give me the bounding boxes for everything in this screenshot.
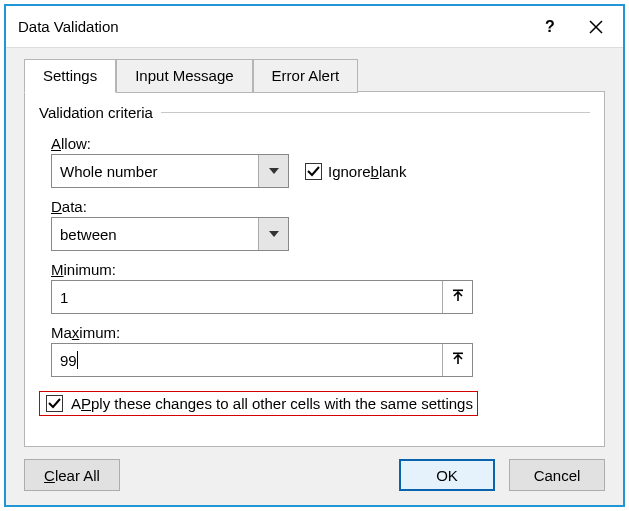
data-combo-value: between [52, 218, 258, 250]
chevron-down-icon [269, 231, 279, 237]
allow-combo-value: Whole number [52, 155, 258, 187]
checkmark-icon [307, 165, 320, 178]
apply-to-all-row[interactable]: APply these changes to all other cells w… [39, 391, 478, 416]
data-validation-dialog: Data Validation ? Settings Input Message… [4, 4, 625, 507]
ignore-blank-checkbox[interactable]: Ignore blank [305, 163, 406, 180]
collapse-dialog-icon [451, 352, 465, 369]
dialog-title: Data Validation [18, 18, 119, 35]
tab-settings[interactable]: Settings [24, 59, 116, 93]
tab-bar: Settings Input Message Error Alert [24, 58, 605, 92]
data-label: Data: [51, 198, 590, 215]
dialog-footer: Clear All OK Cancel [24, 447, 605, 491]
help-button[interactable]: ? [527, 6, 573, 48]
tab-input-message[interactable]: Input Message [116, 59, 252, 93]
allow-label: Allow: [51, 135, 590, 152]
tab-error-alert[interactable]: Error Alert [253, 59, 359, 93]
minimum-field-wrap [51, 280, 473, 314]
clear-all-button[interactable]: Clear All [24, 459, 120, 491]
titlebar: Data Validation ? [6, 6, 623, 48]
allow-combo-button[interactable] [258, 155, 288, 187]
minimum-input[interactable] [52, 281, 442, 313]
data-combo-button[interactable] [258, 218, 288, 250]
close-icon [589, 20, 603, 34]
ignore-blank-box [305, 163, 322, 180]
settings-panel: Validation criteria Allow: Whole number [24, 91, 605, 447]
checkmark-icon [48, 397, 61, 410]
allow-combo[interactable]: Whole number [51, 154, 289, 188]
maximum-field-wrap: 99 [51, 343, 473, 377]
text-cursor [77, 351, 78, 369]
chevron-down-icon [269, 168, 279, 174]
maximum-input[interactable]: 99 [52, 344, 442, 376]
dialog-body: Settings Input Message Error Alert Valid… [6, 48, 623, 505]
collapse-dialog-icon [451, 289, 465, 306]
close-button[interactable] [573, 6, 619, 48]
cancel-button[interactable]: Cancel [509, 459, 605, 491]
header-divider [161, 112, 590, 113]
svg-rect-1 [453, 352, 463, 354]
validation-criteria-header: Validation criteria [39, 104, 590, 121]
validation-criteria-label: Validation criteria [39, 104, 153, 121]
minimum-label: Minimum: [51, 261, 590, 278]
apply-to-all-box [46, 395, 63, 412]
svg-rect-0 [453, 289, 463, 291]
maximum-label: Maximum: [51, 324, 590, 341]
ok-button[interactable]: OK [399, 459, 495, 491]
apply-to-all-label: APply these changes to all other cells w… [71, 395, 473, 412]
data-combo[interactable]: between [51, 217, 289, 251]
minimum-ref-button[interactable] [442, 281, 472, 313]
maximum-ref-button[interactable] [442, 344, 472, 376]
